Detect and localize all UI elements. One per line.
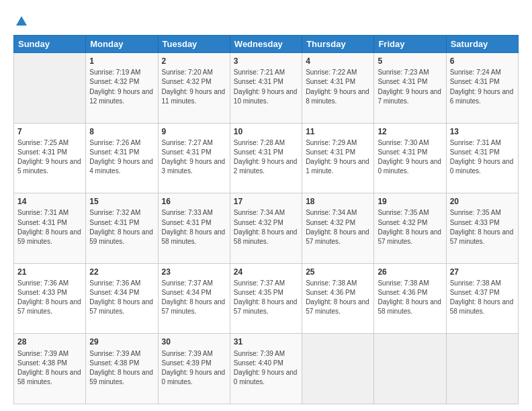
calendar-cell: 19Sunrise: 7:35 AM Sunset: 4:32 PM Dayli… bbox=[374, 193, 446, 264]
day-info: Sunrise: 7:33 AM Sunset: 4:31 PM Dayligh… bbox=[162, 209, 226, 245]
logo bbox=[13, 15, 28, 28]
page: SundayMondayTuesdayWednesdayThursdayFrid… bbox=[0, 0, 532, 411]
day-info: Sunrise: 7:19 AM Sunset: 4:32 PM Dayligh… bbox=[89, 68, 153, 105]
day-number: 17 bbox=[234, 196, 298, 207]
calendar-cell: 13Sunrise: 7:31 AM Sunset: 4:31 PM Dayli… bbox=[446, 123, 518, 193]
calendar-cell: 29Sunrise: 7:39 AM Sunset: 4:38 PM Dayli… bbox=[86, 334, 158, 404]
day-info: Sunrise: 7:37 AM Sunset: 4:34 PM Dayligh… bbox=[162, 279, 226, 316]
calendar-cell: 15Sunrise: 7:32 AM Sunset: 4:31 PM Dayli… bbox=[86, 193, 158, 264]
weekday-header: Monday bbox=[86, 36, 158, 53]
day-info: Sunrise: 7:38 AM Sunset: 4:36 PM Dayligh… bbox=[306, 279, 369, 316]
day-info: Sunrise: 7:39 AM Sunset: 4:39 PM Dayligh… bbox=[162, 350, 226, 386]
day-number: 28 bbox=[17, 336, 82, 347]
calendar-cell bbox=[374, 334, 446, 404]
weekday-header: Thursday bbox=[302, 36, 374, 53]
day-number: 27 bbox=[450, 267, 515, 277]
day-number: 3 bbox=[234, 56, 298, 66]
day-number: 10 bbox=[234, 126, 298, 137]
day-info: Sunrise: 7:25 AM Sunset: 4:31 PM Dayligh… bbox=[17, 139, 81, 175]
calendar-cell: 6Sunrise: 7:24 AM Sunset: 4:31 PM Daylig… bbox=[446, 53, 518, 124]
day-info: Sunrise: 7:35 AM Sunset: 4:33 PM Dayligh… bbox=[450, 209, 514, 245]
calendar-header-row: SundayMondayTuesdayWednesdayThursdayFrid… bbox=[14, 36, 519, 53]
day-info: Sunrise: 7:39 AM Sunset: 4:38 PM Dayligh… bbox=[89, 350, 153, 386]
day-number: 5 bbox=[378, 56, 442, 66]
day-number: 21 bbox=[17, 267, 82, 277]
day-number: 12 bbox=[378, 126, 442, 137]
day-number: 26 bbox=[378, 267, 442, 277]
day-number: 14 bbox=[17, 196, 82, 207]
calendar-week-row: 21Sunrise: 7:36 AM Sunset: 4:33 PM Dayli… bbox=[14, 263, 519, 334]
calendar-cell: 18Sunrise: 7:34 AM Sunset: 4:32 PM Dayli… bbox=[302, 193, 374, 264]
day-info: Sunrise: 7:28 AM Sunset: 4:31 PM Dayligh… bbox=[234, 139, 298, 175]
day-info: Sunrise: 7:22 AM Sunset: 4:31 PM Dayligh… bbox=[306, 68, 369, 105]
calendar-week-row: 7Sunrise: 7:25 AM Sunset: 4:31 PM Daylig… bbox=[14, 123, 519, 193]
day-number: 2 bbox=[162, 56, 226, 66]
day-info: Sunrise: 7:27 AM Sunset: 4:31 PM Dayligh… bbox=[162, 139, 226, 175]
day-info: Sunrise: 7:35 AM Sunset: 4:32 PM Dayligh… bbox=[378, 209, 441, 245]
day-info: Sunrise: 7:38 AM Sunset: 4:37 PM Dayligh… bbox=[450, 279, 514, 316]
day-number: 16 bbox=[162, 196, 226, 207]
calendar-cell: 17Sunrise: 7:34 AM Sunset: 4:32 PM Dayli… bbox=[230, 193, 302, 264]
calendar-cell: 16Sunrise: 7:33 AM Sunset: 4:31 PM Dayli… bbox=[158, 193, 230, 264]
day-number: 25 bbox=[306, 267, 370, 277]
day-number: 15 bbox=[89, 196, 154, 207]
day-info: Sunrise: 7:31 AM Sunset: 4:31 PM Dayligh… bbox=[17, 209, 81, 245]
calendar-cell: 12Sunrise: 7:30 AM Sunset: 4:31 PM Dayli… bbox=[374, 123, 446, 193]
calendar-cell bbox=[446, 334, 518, 404]
day-number: 30 bbox=[162, 336, 226, 347]
weekday-header: Sunday bbox=[14, 36, 86, 53]
day-info: Sunrise: 7:39 AM Sunset: 4:40 PM Dayligh… bbox=[234, 350, 298, 386]
weekday-header: Saturday bbox=[446, 36, 518, 53]
calendar-table: SundayMondayTuesdayWednesdayThursdayFrid… bbox=[13, 35, 519, 404]
day-number: 6 bbox=[450, 56, 515, 66]
day-number: 19 bbox=[378, 196, 442, 207]
day-info: Sunrise: 7:24 AM Sunset: 4:31 PM Dayligh… bbox=[450, 68, 514, 105]
calendar-cell: 3Sunrise: 7:21 AM Sunset: 4:31 PM Daylig… bbox=[230, 53, 302, 124]
calendar-cell bbox=[14, 53, 86, 124]
header bbox=[13, 12, 519, 28]
day-number: 7 bbox=[17, 126, 82, 137]
day-info: Sunrise: 7:36 AM Sunset: 4:34 PM Dayligh… bbox=[89, 279, 153, 316]
calendar-cell: 11Sunrise: 7:29 AM Sunset: 4:31 PM Dayli… bbox=[302, 123, 374, 193]
calendar-cell: 20Sunrise: 7:35 AM Sunset: 4:33 PM Dayli… bbox=[446, 193, 518, 264]
day-info: Sunrise: 7:21 AM Sunset: 4:31 PM Dayligh… bbox=[234, 68, 298, 105]
day-info: Sunrise: 7:26 AM Sunset: 4:31 PM Dayligh… bbox=[89, 139, 153, 175]
calendar-cell: 28Sunrise: 7:39 AM Sunset: 4:38 PM Dayli… bbox=[14, 334, 86, 404]
calendar-cell: 5Sunrise: 7:23 AM Sunset: 4:31 PM Daylig… bbox=[374, 53, 446, 124]
calendar-cell: 21Sunrise: 7:36 AM Sunset: 4:33 PM Dayli… bbox=[14, 263, 86, 334]
calendar-week-row: 14Sunrise: 7:31 AM Sunset: 4:31 PM Dayli… bbox=[14, 193, 519, 264]
calendar-cell: 2Sunrise: 7:20 AM Sunset: 4:32 PM Daylig… bbox=[158, 53, 230, 124]
calendar-cell: 8Sunrise: 7:26 AM Sunset: 4:31 PM Daylig… bbox=[86, 123, 158, 193]
day-number: 29 bbox=[89, 336, 154, 347]
calendar-cell: 9Sunrise: 7:27 AM Sunset: 4:31 PM Daylig… bbox=[158, 123, 230, 193]
day-info: Sunrise: 7:31 AM Sunset: 4:31 PM Dayligh… bbox=[450, 139, 514, 175]
day-number: 1 bbox=[89, 56, 154, 66]
day-info: Sunrise: 7:34 AM Sunset: 4:32 PM Dayligh… bbox=[306, 209, 369, 245]
calendar-cell: 14Sunrise: 7:31 AM Sunset: 4:31 PM Dayli… bbox=[14, 193, 86, 264]
day-info: Sunrise: 7:38 AM Sunset: 4:36 PM Dayligh… bbox=[378, 279, 441, 316]
weekday-header: Wednesday bbox=[230, 36, 302, 53]
day-info: Sunrise: 7:29 AM Sunset: 4:31 PM Dayligh… bbox=[306, 139, 369, 175]
day-info: Sunrise: 7:37 AM Sunset: 4:35 PM Dayligh… bbox=[234, 279, 298, 316]
calendar-cell bbox=[302, 334, 374, 404]
calendar-cell: 22Sunrise: 7:36 AM Sunset: 4:34 PM Dayli… bbox=[86, 263, 158, 334]
day-number: 23 bbox=[162, 267, 226, 277]
day-info: Sunrise: 7:20 AM Sunset: 4:32 PM Dayligh… bbox=[162, 68, 226, 105]
day-info: Sunrise: 7:30 AM Sunset: 4:31 PM Dayligh… bbox=[378, 139, 441, 175]
calendar-cell: 27Sunrise: 7:38 AM Sunset: 4:37 PM Dayli… bbox=[446, 263, 518, 334]
calendar-cell: 25Sunrise: 7:38 AM Sunset: 4:36 PM Dayli… bbox=[302, 263, 374, 334]
svg-marker-0 bbox=[16, 16, 27, 26]
day-info: Sunrise: 7:23 AM Sunset: 4:31 PM Dayligh… bbox=[378, 68, 441, 105]
calendar-cell: 10Sunrise: 7:28 AM Sunset: 4:31 PM Dayli… bbox=[230, 123, 302, 193]
day-number: 8 bbox=[89, 126, 154, 137]
day-info: Sunrise: 7:32 AM Sunset: 4:31 PM Dayligh… bbox=[89, 209, 153, 245]
weekday-header: Tuesday bbox=[158, 36, 230, 53]
calendar-week-row: 28Sunrise: 7:39 AM Sunset: 4:38 PM Dayli… bbox=[14, 334, 519, 404]
calendar-cell: 24Sunrise: 7:37 AM Sunset: 4:35 PM Dayli… bbox=[230, 263, 302, 334]
day-number: 24 bbox=[234, 267, 298, 277]
calendar-cell: 23Sunrise: 7:37 AM Sunset: 4:34 PM Dayli… bbox=[158, 263, 230, 334]
day-info: Sunrise: 7:39 AM Sunset: 4:38 PM Dayligh… bbox=[17, 350, 81, 386]
calendar-cell: 31Sunrise: 7:39 AM Sunset: 4:40 PM Dayli… bbox=[230, 334, 302, 404]
calendar-cell: 30Sunrise: 7:39 AM Sunset: 4:39 PM Dayli… bbox=[158, 334, 230, 404]
day-number: 9 bbox=[162, 126, 226, 137]
